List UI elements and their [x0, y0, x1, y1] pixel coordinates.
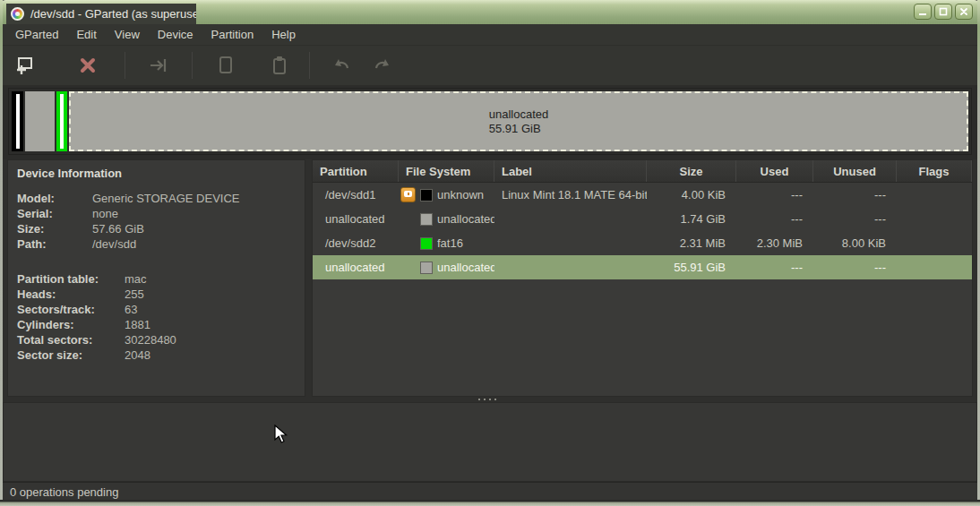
- table-row-sdd1[interactable]: /dev/sdd1 unknown Linux Mint 18.1 MATE 6…: [313, 183, 972, 207]
- info-value: 30228480: [125, 332, 176, 347]
- info-label: Sectors/track:: [17, 302, 125, 317]
- table-row-sdd2[interactable]: /dev/sdd2 fat16 2.31 MiB 2.30 MiB 8.00 K…: [313, 231, 972, 255]
- info-value: 63: [125, 302, 137, 317]
- info-value: none: [92, 206, 118, 221]
- info-value: 255: [125, 287, 144, 302]
- info-label: Partition table:: [17, 271, 125, 287]
- delete-partition-button[interactable]: [73, 52, 103, 79]
- paste-button[interactable]: [264, 52, 295, 79]
- menu-device[interactable]: Device: [149, 25, 202, 44]
- copy-button[interactable]: [211, 52, 241, 79]
- column-header-filesystem[interactable]: File System: [399, 160, 494, 182]
- cell-unused: ---: [813, 212, 897, 226]
- cell-used: ---: [736, 188, 813, 202]
- info-label: Cylinders:: [17, 317, 125, 332]
- window-title: /dev/sdd - GParted (as superuser): [30, 7, 196, 21]
- menu-help[interactable]: Help: [262, 25, 305, 44]
- minimize-icon: [917, 6, 928, 17]
- table-header: Partition File System Label Size Used Un…: [313, 160, 972, 183]
- cell-unused: ---: [813, 188, 897, 202]
- cell-unused: ---: [813, 261, 897, 274]
- paste-icon: [270, 55, 289, 76]
- mouse-cursor: [274, 425, 288, 447]
- copy-icon: [216, 55, 236, 76]
- info-label: Heads:: [17, 287, 125, 302]
- menu-view[interactable]: View: [106, 25, 149, 44]
- toolbar: /dev/sdd (57.66 GiB): [3, 46, 977, 85]
- undo-button[interactable]: [326, 52, 357, 79]
- filesystem-color-swatch: [420, 213, 433, 226]
- cell-partition: unallocated: [313, 212, 399, 226]
- partition-segment-unallocated-small[interactable]: [25, 91, 55, 151]
- cell-partition: /dev/sdd1: [313, 188, 399, 202]
- selected-segment-label: unallocated: [489, 107, 549, 122]
- info-value: mac: [125, 271, 147, 287]
- close-icon: [959, 6, 969, 17]
- device-information-panel: Device Information Model:Generic STORAGE…: [7, 159, 305, 397]
- menu-gparted[interactable]: GParted: [6, 25, 67, 44]
- cell-size: 1.74 GiB: [647, 212, 736, 226]
- info-label: Size:: [17, 221, 92, 236]
- splitter-grip-icon: [478, 399, 496, 400]
- info-value: /dev/sdd: [92, 236, 136, 252]
- info-value: Generic STORAGE DEVICE: [92, 191, 239, 206]
- maximize-icon: [938, 6, 949, 17]
- cell-size: 2.31 MiB: [647, 236, 736, 250]
- window-border-left: [0, 0, 3, 506]
- partition-table: Partition File System Label Size Used Un…: [312, 159, 973, 397]
- cell-size: 4.00 KiB: [647, 188, 736, 202]
- cell-unused: 8.00 KiB: [813, 236, 897, 250]
- table-row-unallocated-1[interactable]: unallocated unallocated 1.74 GiB --- ---: [313, 207, 972, 231]
- pending-operations-pane: [3, 402, 977, 482]
- info-value: 57.66 GiB: [92, 221, 144, 236]
- apply-button[interactable]: [367, 52, 398, 79]
- cell-filesystem: unallocated: [399, 211, 494, 227]
- cell-partition: unallocated: [313, 261, 399, 274]
- filesystem-color-swatch: [420, 262, 433, 274]
- partition-segment-unallocated-selected[interactable]: unallocated 55.91 GiB: [69, 91, 968, 151]
- cell-filesystem: fat16: [399, 236, 494, 251]
- info-label: Sector size:: [17, 347, 125, 363]
- titlebar[interactable]: /dev/sdd - GParted (as superuser): [0, 0, 980, 24]
- new-partition-button[interactable]: [10, 52, 40, 79]
- toolbar-separator: [125, 52, 125, 79]
- info-value: 2048: [125, 347, 150, 363]
- statusbar: 0 operations pending: [3, 482, 977, 501]
- info-label: Serial:: [17, 206, 92, 221]
- info-label: Model:: [17, 191, 92, 206]
- column-header-flags[interactable]: Flags: [897, 160, 972, 182]
- column-header-partition[interactable]: Partition: [313, 160, 399, 182]
- filesystem-color-swatch: [420, 237, 433, 250]
- column-header-used[interactable]: Used: [736, 160, 813, 182]
- info-label: Path:: [17, 236, 92, 252]
- table-row-unallocated-selected[interactable]: unallocated unallocated 55.91 GiB --- --…: [313, 255, 972, 279]
- minimize-button[interactable]: [914, 4, 932, 20]
- window-border-bottom: [0, 500, 980, 506]
- menubar: GParted Edit View Device Partition Help: [3, 24, 977, 46]
- info-value: 1881: [125, 317, 150, 332]
- maximize-button[interactable]: [934, 4, 952, 20]
- partition-bar: unallocated 55.91 GiB: [8, 88, 972, 155]
- info-label: Total sectors:: [17, 332, 125, 347]
- partition-segment-sdd1[interactable]: [12, 91, 23, 151]
- operations-pending-text: 0 operations pending: [10, 485, 118, 499]
- undo-icon: [331, 56, 352, 75]
- column-header-label[interactable]: Label: [494, 160, 647, 182]
- close-button[interactable]: [955, 4, 973, 20]
- cell-used: ---: [736, 212, 813, 226]
- cell-size: 55.91 GiB: [647, 261, 736, 274]
- cell-partition: /dev/sdd2: [313, 236, 399, 250]
- menu-partition[interactable]: Partition: [202, 25, 263, 44]
- column-header-unused[interactable]: Unused: [813, 160, 897, 182]
- column-header-size[interactable]: Size: [647, 160, 736, 182]
- partition-segment-sdd2[interactable]: [56, 91, 67, 151]
- delete-icon: [78, 56, 98, 75]
- resize-move-button[interactable]: [143, 52, 174, 79]
- cell-filesystem: unallocated: [399, 260, 494, 275]
- gparted-logo-icon: [11, 7, 24, 21]
- cell-used: ---: [736, 261, 813, 274]
- selected-segment-size: 55.91 GiB: [489, 122, 549, 136]
- titlebar-text-area: /dev/sdd - GParted (as superuser): [6, 4, 196, 24]
- menu-edit[interactable]: Edit: [67, 25, 105, 44]
- new-partition-icon: [14, 55, 36, 76]
